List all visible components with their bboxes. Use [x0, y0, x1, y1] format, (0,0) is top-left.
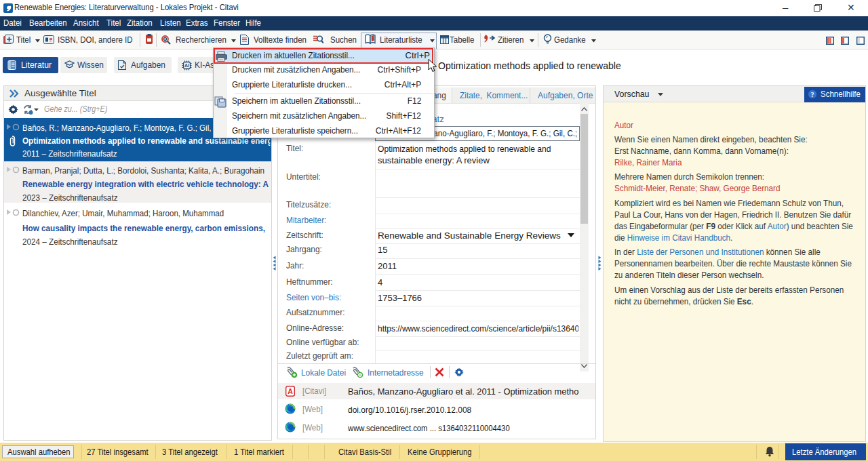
svg-text:?: ?: [811, 91, 814, 98]
svg-text:A: A: [288, 387, 293, 395]
svg-text:Ai: Ai: [184, 63, 189, 68]
